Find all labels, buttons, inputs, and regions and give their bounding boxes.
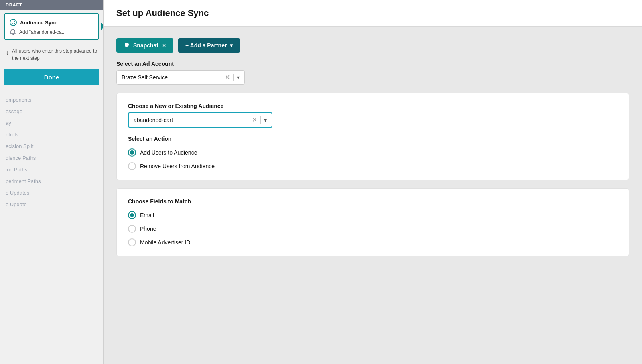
audience-clear-icon[interactable]: ✕ <box>252 117 257 123</box>
arrow-down-icon: ↓ <box>6 48 9 57</box>
sidebar-item-message[interactable]: essage <box>4 107 99 116</box>
main-content: Set up Audience Sync Snapchat ✕ + Add a … <box>104 0 642 364</box>
action-remove-label: Remove Users from Audience <box>140 163 215 169</box>
sidebar-item-controls[interactable]: ntrols <box>4 130 99 139</box>
field-phone-radio-outer[interactable] <box>128 225 136 233</box>
audience-label: Choose a New or Existing Audience <box>128 103 618 109</box>
main-body: Snapchat ✕ + Add a Partner ▾ Select an A… <box>104 27 642 268</box>
card-sub-row: Add "abandoned-ca... <box>10 27 93 35</box>
audience-panel: Choose a New or Existing Audience abando… <box>116 93 629 180</box>
draft-label: DRAFT <box>0 0 103 10</box>
add-partner-button[interactable]: + Add a Partner ▾ <box>178 38 240 53</box>
card-title: Audience Sync <box>20 20 57 26</box>
field-phone-option[interactable]: Phone <box>128 225 618 233</box>
field-email-label: Email <box>140 212 154 218</box>
main-header: Set up Audience Sync <box>104 0 642 27</box>
add-partner-label: + Add a Partner <box>185 42 227 49</box>
ad-account-chevron-icon[interactable]: ▾ <box>237 74 240 81</box>
sidebar-item-user-update[interactable]: e Update <box>4 200 99 209</box>
sidebar-nav: omponents essage ay ntrols ecision Split… <box>0 89 103 209</box>
action-add-radio-outer[interactable] <box>128 148 136 157</box>
field-mobile-id-radio-outer[interactable] <box>128 238 136 246</box>
card-arrow <box>101 22 104 31</box>
sidebar-item-components[interactable]: omponents <box>4 95 99 104</box>
action-label: Select an Action <box>128 136 618 142</box>
snapchat-close-icon[interactable]: ✕ <box>162 43 166 49</box>
audience-dropdown-divider <box>260 116 261 124</box>
step-info-text: All users who enter this step advance to… <box>12 47 98 62</box>
fields-panel: Choose Fields to Match Email Phone Mobil… <box>116 188 629 256</box>
action-add-option[interactable]: Add Users to Audience <box>128 148 618 157</box>
card-title-row: Audience Sync <box>10 18 93 27</box>
action-remove-option[interactable]: Remove Users from Audience <box>128 162 618 170</box>
field-email-radio-outer[interactable] <box>128 211 136 219</box>
audience-value: abandoned-cart <box>134 117 252 123</box>
fields-radio-group: Email Phone Mobile Advertiser ID <box>128 211 618 246</box>
action-radio-group: Add Users to Audience Remove Users from … <box>128 148 618 170</box>
dropdown-divider <box>233 74 234 81</box>
bell-icon <box>10 29 16 35</box>
card-sub-title: Add "abandoned-ca... <box>19 29 66 35</box>
audience-chevron-icon[interactable]: ▾ <box>264 117 267 123</box>
field-mobile-id-option[interactable]: Mobile Advertiser ID <box>128 238 618 246</box>
sidebar-item-action-paths[interactable]: ion Paths <box>4 165 99 174</box>
step-info: ↓ All users who enter this step advance … <box>0 43 103 66</box>
step-card: Audience Sync Add "abandoned-ca... <box>4 13 99 40</box>
action-remove-radio-outer[interactable] <box>128 162 136 170</box>
sidebar-item-user-updates[interactable]: e Updates <box>4 188 99 197</box>
ad-account-dropdown[interactable]: Braze Self Service ✕ ▾ <box>116 70 245 85</box>
add-partner-chevron-icon: ▾ <box>230 42 233 49</box>
sync-icon <box>10 19 17 26</box>
snapchat-icon <box>124 42 130 49</box>
sidebar-item-experiment-paths[interactable]: periment Paths <box>4 177 99 186</box>
ad-account-label: Select an Ad Account <box>116 61 629 67</box>
field-phone-label: Phone <box>140 226 156 232</box>
page-title: Set up Audience Sync <box>116 8 629 18</box>
sidebar-item-decision-split[interactable]: ecision Split <box>4 142 99 151</box>
action-add-radio-inner <box>130 150 134 155</box>
partner-row: Snapchat ✕ + Add a Partner ▾ <box>116 38 629 53</box>
field-email-option[interactable]: Email <box>128 211 618 219</box>
sidebar-item-day[interactable]: ay <box>4 118 99 128</box>
ad-account-clear-icon[interactable]: ✕ <box>225 74 230 81</box>
sidebar-item-audience-paths[interactable]: dience Paths <box>4 153 99 163</box>
fields-label: Choose Fields to Match <box>128 198 618 205</box>
audience-dropdown[interactable]: abandoned-cart ✕ ▾ <box>128 112 272 128</box>
snapchat-button[interactable]: Snapchat ✕ <box>116 38 173 53</box>
snapchat-label: Snapchat <box>133 42 158 49</box>
ad-account-section: Select an Ad Account Braze Self Service … <box>116 61 629 85</box>
field-email-radio-inner <box>130 213 134 217</box>
field-mobile-id-label: Mobile Advertiser ID <box>140 239 190 246</box>
sidebar: DRAFT Audience Sync Add "abandoned-ca...… <box>0 0 104 364</box>
action-add-label: Add Users to Audience <box>140 149 197 156</box>
ad-account-value: Braze Self Service <box>122 74 225 81</box>
done-button[interactable]: Done <box>4 69 99 85</box>
